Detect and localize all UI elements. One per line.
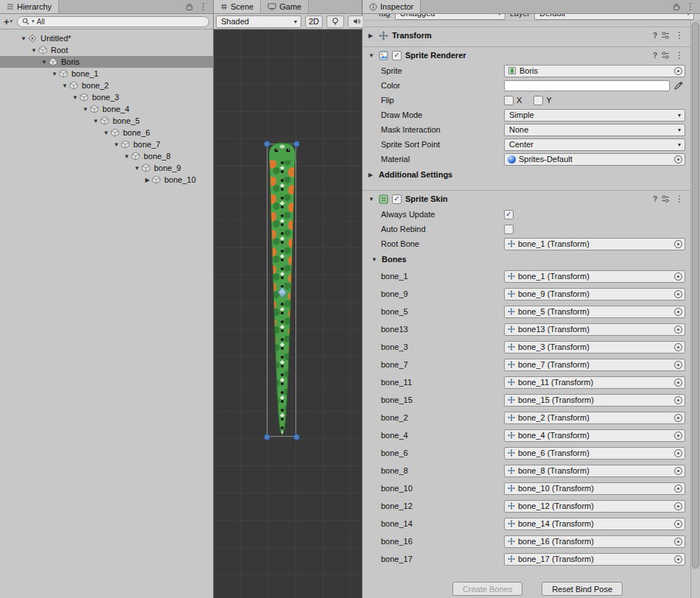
foldout-icon[interactable]: ▶: [143, 177, 152, 183]
lock-icon[interactable]: [673, 2, 680, 11]
bone-object-field[interactable]: bone_8 (Transform): [504, 465, 685, 477]
mask-interaction-dropdown[interactable]: None ▾: [504, 124, 685, 136]
object-picker-icon[interactable]: [674, 396, 682, 404]
object-picker-icon[interactable]: [674, 379, 682, 387]
hierarchy-tree-item[interactable]: ▼ Boris: [0, 56, 213, 68]
tag-dropdown[interactable]: Untagged ▾: [395, 14, 505, 20]
root-bone-object-field[interactable]: bone_1 (Transform): [504, 238, 685, 250]
foldout-icon[interactable]: ▼: [91, 118, 100, 124]
flip-x-checkbox[interactable]: ✓: [504, 96, 514, 105]
hierarchy-tree-item[interactable]: ▼ bone_7: [0, 138, 213, 150]
tab-inspector[interactable]: Inspector: [363, 0, 421, 13]
foldout-icon[interactable]: ▼: [71, 94, 80, 101]
bone-object-field[interactable]: bone_7 (Transform): [504, 359, 685, 371]
inspector-scrollbar[interactable]: [690, 21, 700, 598]
hierarchy-tree-item[interactable]: ▼ bone_9: [0, 162, 213, 174]
foldout-icon[interactable]: ▶: [368, 32, 375, 39]
shading-mode-dropdown[interactable]: Shaded ▾: [216, 15, 301, 28]
presets-icon[interactable]: [661, 194, 670, 203]
color-swatch[interactable]: [504, 80, 670, 91]
component-menu-icon[interactable]: ⋮: [673, 51, 685, 60]
object-picker-icon[interactable]: [674, 326, 682, 334]
hierarchy-tree-item[interactable]: ▼ bone_2: [0, 80, 213, 91]
object-picker-icon[interactable]: [674, 502, 682, 510]
tab-scene[interactable]: Scene: [214, 0, 261, 13]
presets-icon[interactable]: [661, 31, 670, 40]
bone-object-field[interactable]: bone_15 (Transform): [504, 394, 685, 407]
bone-object-field[interactable]: bone_5 (Transform): [504, 306, 685, 318]
object-picker-icon[interactable]: [674, 67, 682, 75]
hierarchy-tree-item[interactable]: ▼ bone_4: [0, 103, 213, 115]
create-bones-button[interactable]: Create Bones: [452, 582, 522, 596]
foldout-icon[interactable]: ▼: [50, 71, 59, 77]
component-enabled-checkbox[interactable]: ✓: [392, 194, 402, 204]
scene-viewport[interactable]: [214, 29, 362, 598]
tab-hierarchy[interactable]: Hierarchy: [0, 0, 59, 13]
bone-object-field[interactable]: bone_16 (Transform): [504, 535, 685, 548]
additional-settings-foldout[interactable]: ▶ Additional Settings: [363, 166, 690, 183]
hierarchy-tree-item[interactable]: ▶ bone_10: [0, 174, 213, 186]
bone-object-field[interactable]: bone13 (Transform): [504, 323, 685, 336]
object-picker-icon[interactable]: [674, 361, 682, 369]
bone-object-field[interactable]: bone_17 (Transform): [504, 553, 685, 566]
foldout-icon[interactable]: ▼: [112, 141, 121, 148]
eyedropper-icon[interactable]: [673, 81, 685, 91]
help-icon[interactable]: ?: [653, 32, 657, 40]
foldout-icon[interactable]: ▼: [122, 153, 131, 160]
hierarchy-tree-item[interactable]: ▼ bone_8: [0, 150, 213, 162]
toggle-2d-button[interactable]: 2D: [305, 15, 323, 28]
object-picker-icon[interactable]: [674, 272, 682, 281]
transform-header[interactable]: ▶ Transform ? ⋮: [363, 27, 690, 43]
help-icon[interactable]: ?: [653, 195, 657, 203]
object-picker-icon[interactable]: [674, 467, 682, 475]
reset-bind-pose-button[interactable]: Reset Bind Pose: [542, 582, 623, 596]
object-picker-icon[interactable]: [674, 449, 682, 457]
selection-handle-bottom-left[interactable]: [264, 434, 270, 440]
bone-object-field[interactable]: bone_12 (Transform): [504, 500, 685, 513]
foldout-icon[interactable]: ▼: [19, 35, 28, 42]
object-picker-icon[interactable]: [674, 485, 682, 493]
hierarchy-tree-item[interactable]: ▼ bone_1: [0, 68, 213, 80]
object-picker-icon[interactable]: [674, 432, 682, 440]
hierarchy-tree-item[interactable]: ▼ bone_5: [0, 115, 213, 127]
bone-object-field[interactable]: bone_2 (Transform): [504, 412, 685, 424]
foldout-icon[interactable]: ▼: [60, 82, 69, 89]
foldout-icon[interactable]: ▼: [368, 52, 375, 59]
selection-handle-bottom-right[interactable]: [293, 434, 300, 440]
bone-object-field[interactable]: bone_3 (Transform): [504, 341, 685, 353]
bone-object-field[interactable]: bone_9 (Transform): [504, 288, 685, 300]
object-picker-icon[interactable]: [674, 555, 682, 563]
foldout-icon[interactable]: ▼: [133, 165, 141, 172]
hierarchy-tree-item[interactable]: ▼ bone_3: [0, 91, 213, 103]
tab-game[interactable]: Game: [261, 0, 309, 13]
object-picker-icon[interactable]: [674, 290, 682, 298]
component-menu-icon[interactable]: ⋮: [673, 31, 685, 40]
bones-foldout[interactable]: ▼ Bones: [363, 251, 690, 267]
object-picker-icon[interactable]: [674, 343, 682, 351]
scrollbar-thumb[interactable]: [692, 22, 699, 569]
sprite-skin-header[interactable]: ▼ ✓ Sprite Skin ? ⋮: [363, 191, 690, 207]
search-input[interactable]: ▾ All: [17, 16, 209, 27]
selection-handle-top-right[interactable]: [293, 141, 300, 147]
object-picker-icon[interactable]: [674, 155, 682, 163]
sprite-object-field[interactable]: Boris: [504, 65, 685, 77]
foldout-icon[interactable]: ▼: [368, 196, 375, 203]
foldout-icon[interactable]: ▼: [40, 59, 49, 66]
bone-object-field[interactable]: bone_1 (Transform): [504, 270, 685, 283]
hierarchy-tree-item[interactable]: ▼ bone_6: [0, 127, 213, 138]
bone-object-field[interactable]: bone_11 (Transform): [504, 376, 685, 389]
bone-object-field[interactable]: bone_4 (Transform): [504, 429, 685, 442]
help-icon[interactable]: ?: [653, 52, 657, 60]
object-picker-icon[interactable]: [674, 520, 682, 528]
component-menu-icon[interactable]: ⋮: [673, 194, 685, 203]
bone-object-field[interactable]: bone_14 (Transform): [504, 518, 685, 530]
bone-object-field[interactable]: bone_6 (Transform): [504, 447, 685, 460]
always-update-checkbox[interactable]: ✓: [504, 210, 514, 219]
presets-icon[interactable]: [661, 51, 670, 60]
draw-mode-dropdown[interactable]: Simple ▾: [504, 109, 685, 122]
foldout-icon[interactable]: ▼: [81, 106, 90, 113]
bone-object-field[interactable]: bone_10 (Transform): [504, 482, 685, 495]
object-picker-icon[interactable]: [674, 414, 682, 422]
panel-menu-icon[interactable]: ⋮: [197, 2, 209, 11]
foldout-icon[interactable]: ▼: [102, 130, 111, 136]
